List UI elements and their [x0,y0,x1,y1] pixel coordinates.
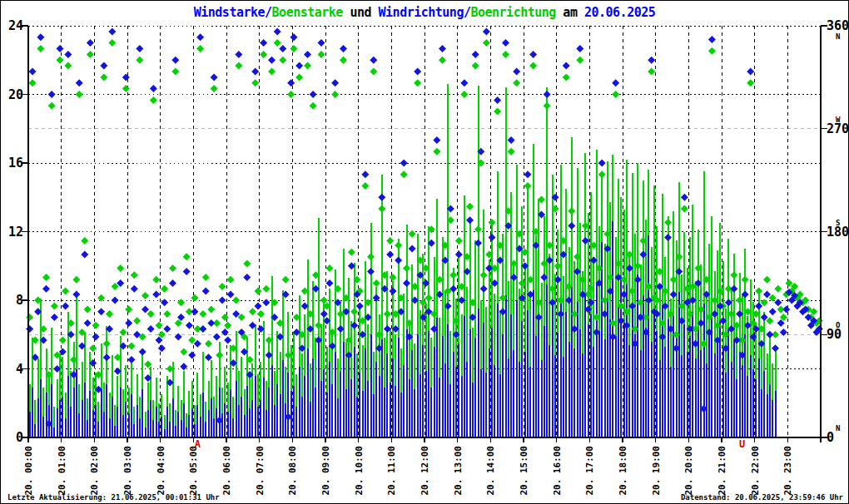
wind-bar [607,299,608,437]
wind-direction-point [681,194,688,201]
wind-direction-point [163,325,171,333]
wind-direction-point [772,344,779,352]
wind-bar [392,358,394,437]
wind-bar [78,413,80,437]
wind-bar [645,328,647,437]
wind-bar [70,407,72,437]
x-tick-label: 20. 13:00 [453,446,464,496]
wind-bar [299,367,300,437]
wind-direction-point [395,256,402,264]
gust-direction-point [180,348,187,355]
wind-bar [131,394,132,437]
wind-bar [601,242,603,437]
wind-bar [683,324,685,437]
wind-bar [722,348,724,437]
wind-direction-point [87,39,94,47]
wind-bar [485,373,487,437]
wind-direction-point [331,79,339,86]
wind-bar [582,353,583,437]
wind-bar [139,418,141,437]
left-tick-label: 0 [16,430,23,445]
compass-label: S [836,219,840,227]
gust-direction-point [42,274,50,281]
x-tick-label: 20. 17:00 [584,446,595,496]
gust-direction-point [103,340,111,348]
wind-bar [480,369,482,438]
wind-bar [461,376,463,437]
wind-direction-point [409,245,416,253]
wind-direction-point [466,216,474,224]
wind-bar [400,393,402,437]
wind-bar [246,386,248,437]
wind-bar [725,373,727,437]
wind-bar [557,333,559,437]
gust-direction-point [169,264,176,272]
wind-bar [604,339,606,437]
wind-bar [142,389,143,437]
gust-direction-point [161,285,168,293]
wind-bar [651,342,653,438]
sun-marker: U [739,438,745,450]
wind-bar [593,347,594,437]
gust-direction-point [196,45,204,52]
wind-bar [230,389,231,437]
wind-bar [128,413,130,437]
x-tick-label: 20. 07:00 [255,446,266,496]
wind-bar [307,348,309,437]
wind-bar [205,422,206,437]
wind-bar [137,405,138,437]
wind-direction-point [268,57,276,64]
wind-bar [425,371,427,437]
wind-direction-point [235,51,242,58]
wind-bar [772,400,773,437]
wind-bar [640,350,642,437]
wind-bar [236,381,237,437]
gust-direction-point [425,294,433,302]
wind-direction-point [92,334,100,341]
wind-bar [191,408,193,437]
wind-bar [172,398,174,437]
wind-bar [549,345,550,437]
wind-bar [596,283,598,437]
gust-direction-point [224,322,231,329]
wind-bar [280,394,281,437]
wind-direction-point [112,297,119,304]
wind-bar [535,336,537,437]
gust-direction-point [274,39,281,47]
gust-direction-point [384,310,391,318]
gust-direction-point [29,79,37,86]
wind-bar [350,379,352,437]
wind-bar [747,376,748,437]
wind-direction-point [508,136,515,144]
wind-direction-point [310,91,317,98]
wind-direction-point [211,73,218,81]
gust-direction-point [433,148,440,156]
gust-direction-point [340,57,347,64]
wind-direction-point [188,352,196,359]
wind-direction-point [708,36,716,43]
gust-direction-point [403,264,410,272]
wind-bar [727,329,729,437]
wind-bar [499,374,501,437]
wind-bar [752,369,754,438]
wind-bar [708,333,710,437]
wind-bar [304,376,305,437]
gust-direction-point [318,51,325,58]
wind-bar [340,371,341,437]
gust-direction-point [257,310,265,318]
wind-direction-point [158,344,166,352]
gust-direction-point [48,102,56,110]
wind-direction-point [122,73,130,81]
wind-direction-point [414,68,421,76]
gust-direction-point [260,51,267,58]
gust-direction-point [598,170,606,178]
gust-direction-point [57,57,64,64]
gust-direction-point [279,57,286,64]
wind-bar [164,429,166,437]
left-tick-label: 16 [8,156,23,170]
wind-bar [40,379,42,437]
wind-direction-point [199,325,206,333]
wind-bar [648,235,649,437]
wind-bar [513,350,514,437]
wind-direction-point [370,57,377,64]
